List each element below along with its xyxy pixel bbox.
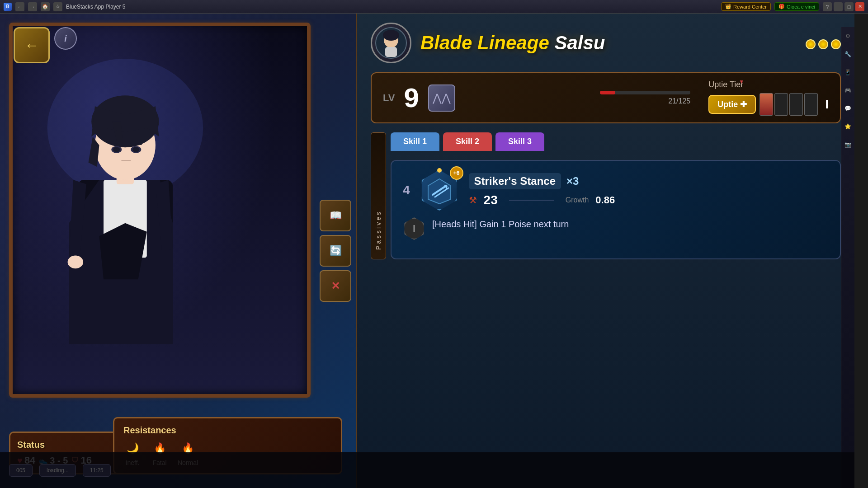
home-nav-btn[interactable]: 🏠 (41, 2, 50, 11)
sync-icon: 🔄 (330, 245, 342, 257)
sidebar-icon-1[interactable]: ⚙ (844, 32, 853, 41)
uptie-seg-3 (789, 93, 803, 116)
skill-power-value: 23 (484, 193, 498, 207)
level-label: LV (383, 92, 395, 104)
skill-stats-row: ⚒ 23 Growth 0.86 (469, 193, 829, 207)
skill-icon-art (426, 177, 453, 204)
skill-tab-1[interactable]: Skill 1 (391, 132, 439, 151)
coin-1 (806, 39, 816, 49)
close-detail-button[interactable]: ✕ (320, 270, 351, 302)
skill-badge: +6 (450, 166, 463, 180)
sidebar-icon-5[interactable]: 💬 (844, 104, 853, 113)
coin-icons (806, 39, 841, 49)
skill-growth-value: 0.86 (595, 194, 615, 206)
app-icon: B (4, 3, 12, 11)
skill-card: 4 (391, 160, 841, 259)
skills-content-area: Passives Skill 1 Skill 2 Skill 3 (371, 132, 841, 259)
uptie-seg-4 (804, 93, 818, 116)
back-arrow-icon: ← (24, 37, 39, 54)
sync-button[interactable]: 🔄 (320, 235, 351, 267)
help-btn[interactable]: ? (823, 2, 832, 11)
svg-line-15 (131, 144, 141, 145)
avatar-art (375, 27, 407, 59)
forward-nav-btn[interactable]: → (28, 2, 37, 11)
skill-name-row: Striker's Stance ×3 (469, 173, 829, 189)
character-name: Blade Lineage Salsu (420, 32, 797, 54)
sidebar-icon-3[interactable]: 📱 (844, 68, 853, 77)
skill-power-icon: ⚒ (469, 195, 477, 206)
close-btn[interactable]: ✕ (855, 2, 864, 11)
skill-badge-value: +6 (453, 170, 460, 176)
character-avatar (371, 23, 411, 63)
book-icon: 📖 (330, 210, 342, 221)
character-name-block: Blade Lineage Salsu (420, 32, 797, 54)
svg-point-18 (68, 256, 83, 269)
skill-name: Striker's Stance (469, 173, 561, 189)
resistances-title: Resistances (123, 425, 332, 436)
sidebar-icon-7[interactable]: 📷 (844, 140, 853, 149)
uptie-section: Uptie Tier ▼ Uptie ✚ I (708, 80, 829, 116)
svg-rect-24 (385, 47, 397, 57)
character-art (13, 26, 307, 394)
back-nav-btn[interactable]: ← (15, 2, 24, 11)
skills-tabs: Skill 1 Skill 2 Skill 3 (391, 132, 841, 151)
passives-sidebar[interactable]: Passives (371, 132, 386, 259)
skill-growth-label: Growth (566, 196, 589, 204)
book-button[interactable]: 📖 (320, 200, 351, 231)
info-button[interactable]: i (54, 27, 77, 50)
svg-point-11 (113, 147, 120, 152)
character-portrait (13, 26, 307, 394)
skill-tab-3[interactable]: Skill 3 (495, 132, 544, 151)
restore-btn[interactable]: □ (844, 2, 854, 11)
info-icon: i (64, 33, 67, 44)
rank-up-button[interactable]: ⋀⋀ (428, 84, 455, 112)
bookmark-nav-btn[interactable]: ☆ (53, 2, 62, 11)
svg-line-14 (111, 144, 122, 145)
crown-icon: 👑 (725, 4, 731, 9)
uptie-triangle-icon: ▼ (739, 79, 744, 85)
effect-text: [Heads Hit] Gain 1 Poise next turn (432, 217, 569, 231)
bottom-item-2: loading... (39, 464, 76, 477)
sidebar-icon-4[interactable]: 🎮 (844, 86, 853, 95)
uptie-seg-2 (774, 93, 788, 116)
side-buttons: 📖 🔄 ✕ (320, 200, 351, 302)
game-area: ← i Status ♥ 84 👟 3 - 5 🛡 (0, 14, 854, 488)
name-gold-part: Blade Lineage (420, 32, 554, 53)
skill-name-block: Striker's Stance ×3 ⚒ 23 Growth 0.86 (469, 173, 829, 207)
bottom-item-1: 005 (9, 464, 33, 477)
skill-tab-2[interactable]: Skill 2 (443, 132, 492, 151)
exp-text: 21/125 (600, 97, 690, 105)
exp-bar-fill (600, 91, 615, 94)
skill-divider (509, 200, 554, 201)
sidebar-icon-6[interactable]: ⭐ (844, 122, 853, 131)
skill-tab-1-label: Skill 1 (403, 137, 427, 146)
effect-icon-label: I (413, 223, 415, 235)
skill-top-row: 4 (403, 170, 829, 211)
reward-center-btn[interactable]: 👑 Reward Center (721, 2, 771, 11)
svg-marker-25 (428, 179, 451, 204)
reward-center-label: Reward Center (733, 4, 767, 9)
gioca-evinci-btn[interactable]: 🎁 Gioca e vinci (774, 2, 819, 11)
app-title: BlueStacks App Player 5 (66, 4, 717, 10)
x-icon: ✕ (331, 280, 340, 292)
chevron-up-icon: ⋀⋀ (433, 92, 451, 104)
uptie-bar (760, 93, 818, 116)
uptie-bar-area: Uptie ✚ I (708, 93, 829, 116)
back-button[interactable]: ← (14, 27, 50, 63)
skill-dot-icon (437, 168, 442, 173)
minimize-btn[interactable]: ─ (834, 2, 843, 11)
uptie-button[interactable]: Uptie ✚ (708, 95, 756, 114)
right-sidebar: ⚙ 🔧 📱 🎮 💬 ⭐ 📷 (841, 27, 854, 488)
skill-count: ×3 (566, 175, 579, 188)
exp-bar-background (600, 91, 690, 94)
svg-point-13 (132, 147, 139, 152)
effect-icon: I (403, 217, 425, 240)
gioca-evinci-label: Gioca e vinci (787, 4, 815, 9)
bottom-item-3: 11:25 (83, 464, 111, 477)
level-number: 9 (404, 84, 419, 112)
sidebar-icon-2[interactable]: 🔧 (844, 50, 853, 59)
exp-section: 21/125 (600, 91, 690, 105)
coin-2 (818, 39, 828, 49)
window-controls: ? ─ □ ✕ (823, 2, 864, 11)
skill-tab-3-label: Skill 3 (508, 137, 532, 146)
